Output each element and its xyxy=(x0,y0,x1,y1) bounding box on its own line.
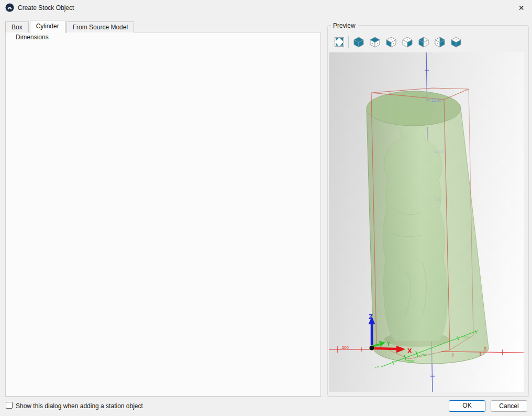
create-stock-object-dialog: Create Stock Object ✕ Box Cylinder From … xyxy=(0,0,532,416)
view-back-button[interactable] xyxy=(417,36,430,48)
x-axis-label: X xyxy=(407,347,412,355)
stock-cylinder xyxy=(367,91,489,364)
view-isometric-button[interactable] xyxy=(352,36,365,48)
show-dialog-checkbox[interactable] xyxy=(6,402,13,409)
z-ruler-label-1000: 1000 xyxy=(434,149,445,154)
tab-cylinder[interactable]: Cylinder xyxy=(30,20,65,33)
tab-box[interactable]: Box xyxy=(5,21,29,32)
view-front-button[interactable] xyxy=(385,36,397,48)
preview-group-label: Preview xyxy=(331,22,358,29)
view-left-button[interactable] xyxy=(434,36,446,48)
y-ruler-far-label: 500 xyxy=(462,335,470,340)
view-bottom-button[interactable] xyxy=(450,36,462,48)
app-logo-icon xyxy=(5,3,14,12)
z-ruler-label-750: 750 xyxy=(434,196,441,202)
cube-right-icon xyxy=(401,36,414,48)
cube-isometric-icon xyxy=(352,36,365,48)
cancel-button[interactable]: Cancel xyxy=(491,400,527,412)
fit-view-button[interactable] xyxy=(333,36,346,48)
footer-separator xyxy=(0,397,532,397)
cube-front-icon xyxy=(385,36,397,48)
preview-3d-scene: -500 0 -250 500 -Y 500 1250 1000 750 xyxy=(329,52,524,392)
x-ruler-right-label: 0 xyxy=(484,346,486,352)
tab-bar: Box Cylinder From Source Model xyxy=(5,20,135,32)
cube-top-icon xyxy=(369,36,381,48)
close-button[interactable]: ✕ xyxy=(511,0,532,16)
tab-from-source-model[interactable]: From Source Model xyxy=(66,21,134,32)
x-ruler-left-label: -500 xyxy=(340,345,349,350)
fit-view-icon xyxy=(333,36,346,48)
y-ruler-label-500: 500 xyxy=(407,359,415,364)
cube-back-icon xyxy=(417,36,430,48)
ok-button[interactable]: OK xyxy=(449,400,485,412)
window-title: Create Stock Object xyxy=(18,4,74,12)
view-top-button[interactable] xyxy=(369,36,381,48)
view-right-button[interactable] xyxy=(401,36,414,48)
y-axis-label: Y xyxy=(386,341,391,347)
z-axis-label: Z xyxy=(369,313,373,321)
show-dialog-checkbox-label[interactable]: Show this dialog when adding a station o… xyxy=(16,402,143,410)
dimensions-group-label: Dimensions xyxy=(14,34,51,41)
tab-page-cylinder xyxy=(5,32,321,397)
title-bar: Create Stock Object ✕ xyxy=(0,0,532,16)
cube-bottom-icon xyxy=(450,36,462,48)
y-ruler-label-250: -250 xyxy=(419,353,428,357)
preview-viewport[interactable]: -500 0 -250 500 -Y 500 1250 1000 750 xyxy=(329,52,524,392)
y-ruler-end-label: -Y xyxy=(375,365,380,369)
toolbar-separator xyxy=(348,36,349,48)
z-ruler-label-1250: 1250 xyxy=(431,97,441,103)
cube-left-icon xyxy=(434,36,446,48)
